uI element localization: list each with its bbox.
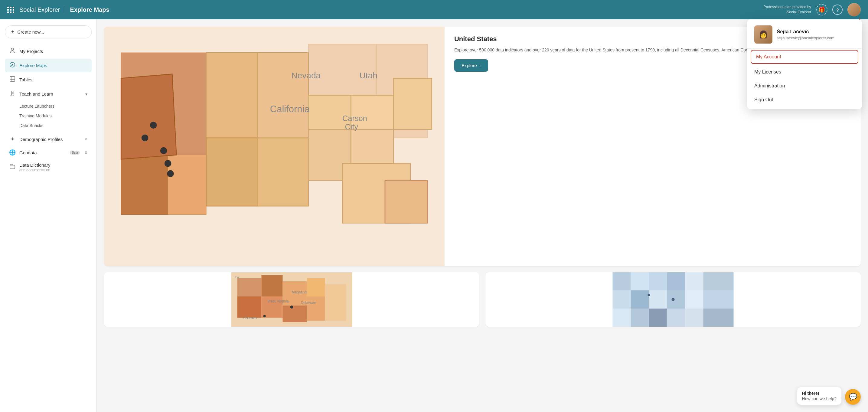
chat-icon: 💬 bbox=[849, 393, 857, 401]
svg-point-31 bbox=[167, 170, 174, 177]
create-new-label: Create new... bbox=[18, 29, 44, 34]
sidebar-label-geodata: Geodata bbox=[19, 150, 65, 155]
chat-widget: Hi there! How can we help? 💬 bbox=[797, 387, 861, 405]
dropdown-avatar: 👩 bbox=[754, 25, 772, 43]
book-icon bbox=[9, 90, 16, 98]
teach-learn-submenu: Lecture Launchers Training Modules Data … bbox=[5, 101, 92, 130]
us-map-area: Nevada Utah California Carson City bbox=[104, 27, 444, 266]
dropdown-user-info: Šejla Lačević sejla.lacevic@socialexplor… bbox=[777, 29, 855, 40]
gift-icon[interactable]: 🎁 bbox=[816, 4, 828, 16]
svg-rect-65 bbox=[685, 290, 704, 308]
user-avatar[interactable] bbox=[847, 3, 861, 16]
mini-card-1[interactable]: West Virginia Maryland Delaware Columbus… bbox=[104, 272, 479, 327]
svg-point-50 bbox=[290, 305, 293, 308]
administration-menu-item[interactable]: Administration bbox=[747, 79, 862, 93]
my-licenses-menu-item[interactable]: My Licenses bbox=[747, 65, 862, 79]
svg-rect-44 bbox=[283, 305, 307, 322]
page-title: Explore Maps bbox=[70, 6, 110, 13]
svg-rect-64 bbox=[667, 290, 685, 308]
svg-rect-67 bbox=[613, 308, 631, 327]
svg-point-74 bbox=[648, 294, 650, 296]
nav-divider bbox=[65, 5, 65, 14]
svg-rect-19 bbox=[257, 138, 309, 206]
sidebar-item-geodata[interactable]: 🌐 Geodata Beta ⧉ bbox=[5, 146, 92, 159]
chevron-down-icon: ▾ bbox=[85, 92, 87, 96]
svg-point-28 bbox=[150, 122, 157, 128]
chat-bubble: Hi there! How can we help? bbox=[797, 387, 841, 405]
sidebar-item-my-projects[interactable]: My Projects bbox=[5, 45, 92, 58]
globe-icon: 🌐 bbox=[9, 149, 16, 156]
create-new-button[interactable]: + Create new... bbox=[5, 25, 92, 38]
svg-text:California: California bbox=[270, 104, 310, 114]
sidebar-subitem-lecture-launchers[interactable]: Lecture Launchers bbox=[19, 101, 92, 111]
folder-icon bbox=[9, 164, 16, 171]
svg-text:Nevada: Nevada bbox=[291, 71, 320, 80]
svg-rect-66 bbox=[704, 290, 734, 308]
svg-rect-39 bbox=[261, 275, 283, 296]
person-icon bbox=[9, 48, 16, 55]
svg-rect-70 bbox=[667, 308, 685, 327]
mini-map-blue-svg bbox=[486, 272, 861, 327]
svg-rect-14 bbox=[121, 155, 168, 214]
top-navigation: Social Explorer Explore Maps Professiona… bbox=[0, 0, 868, 19]
chat-open-button[interactable]: 💬 bbox=[845, 389, 861, 405]
svg-rect-71 bbox=[685, 308, 704, 327]
mini-cards-row: West Virginia Maryland Delaware Columbus… bbox=[104, 272, 861, 327]
sidebar-item-teach-learn[interactable]: Teach and Learn ▾ bbox=[5, 87, 92, 101]
sidebar-label-explore-maps: Explore Maps bbox=[19, 63, 87, 68]
svg-rect-17 bbox=[257, 53, 309, 138]
us-map-svg: Nevada Utah California Carson City bbox=[104, 27, 444, 266]
explore-button[interactable]: Explore › bbox=[454, 59, 488, 72]
svg-text:...ton: ...ton bbox=[233, 276, 239, 279]
sidebar-label-teach-learn: Teach and Learn bbox=[19, 91, 82, 96]
svg-rect-41 bbox=[307, 278, 325, 296]
sidebar-item-demographic-profiles[interactable]: ✦ Demographic Profiles ⧉ bbox=[5, 133, 92, 146]
svg-rect-3 bbox=[10, 77, 15, 81]
sidebar-label-data-dictionary: Data Dictionary bbox=[19, 163, 87, 168]
dropdown-user-email: sejla.lacevic@socialexplorer.com bbox=[777, 36, 855, 40]
sidebar-subitem-training-modules[interactable]: Training Modules bbox=[19, 111, 92, 121]
tables-icon bbox=[9, 76, 16, 84]
plus-icon: + bbox=[11, 29, 14, 35]
svg-rect-16 bbox=[206, 53, 257, 138]
svg-rect-45 bbox=[307, 296, 325, 321]
external-link-icon: ⧉ bbox=[85, 137, 87, 141]
svg-point-1 bbox=[11, 48, 13, 51]
chevron-right-icon: › bbox=[479, 63, 481, 68]
help-icon[interactable]: ? bbox=[832, 4, 843, 15]
svg-rect-62 bbox=[631, 290, 649, 308]
sidebar-item-tables[interactable]: Tables bbox=[5, 73, 92, 87]
beta-badge: Beta bbox=[70, 151, 80, 154]
sidebar-label-demographic-profiles: Demographic Profiles bbox=[19, 137, 80, 142]
svg-text:West Virginia: West Virginia bbox=[268, 299, 289, 303]
compass-icon bbox=[9, 62, 16, 69]
sign-out-menu-item[interactable]: Sign Out bbox=[747, 93, 862, 107]
app-name: Social Explorer bbox=[19, 6, 60, 13]
svg-rect-61 bbox=[613, 290, 631, 308]
svg-point-51 bbox=[264, 315, 266, 317]
sidebar-subitem-data-snacks[interactable]: Data Snacks bbox=[19, 121, 92, 130]
svg-rect-60 bbox=[704, 272, 734, 290]
svg-rect-7 bbox=[10, 165, 15, 169]
svg-rect-18 bbox=[206, 138, 257, 206]
svg-point-27 bbox=[142, 135, 149, 142]
svg-rect-26 bbox=[394, 78, 432, 129]
svg-text:Delaware: Delaware bbox=[301, 301, 316, 305]
my-account-menu-item[interactable]: My Account bbox=[751, 50, 858, 64]
svg-rect-72 bbox=[704, 308, 734, 327]
mini-card-2[interactable] bbox=[486, 272, 861, 327]
sparkle-icon: ✦ bbox=[9, 136, 16, 143]
svg-text:Maryland: Maryland bbox=[292, 290, 307, 294]
sidebar-item-explore-maps[interactable]: Explore Maps bbox=[5, 59, 92, 72]
svg-rect-9 bbox=[309, 44, 376, 95]
sidebar-item-data-dictionary[interactable]: Data Dictionary and documentation bbox=[5, 159, 92, 175]
svg-rect-25 bbox=[385, 181, 428, 223]
svg-rect-42 bbox=[238, 296, 261, 318]
svg-rect-15 bbox=[168, 155, 206, 214]
svg-point-29 bbox=[160, 147, 167, 154]
sidebar: + Create new... My Projects Explore Maps… bbox=[0, 19, 97, 412]
plan-text: Professional plan provided by Social Exp… bbox=[764, 4, 811, 15]
chat-bubble-title: Hi there! bbox=[802, 391, 837, 396]
main-layout: + Create new... My Projects Explore Maps… bbox=[0, 19, 868, 412]
svg-rect-38 bbox=[238, 278, 261, 296]
